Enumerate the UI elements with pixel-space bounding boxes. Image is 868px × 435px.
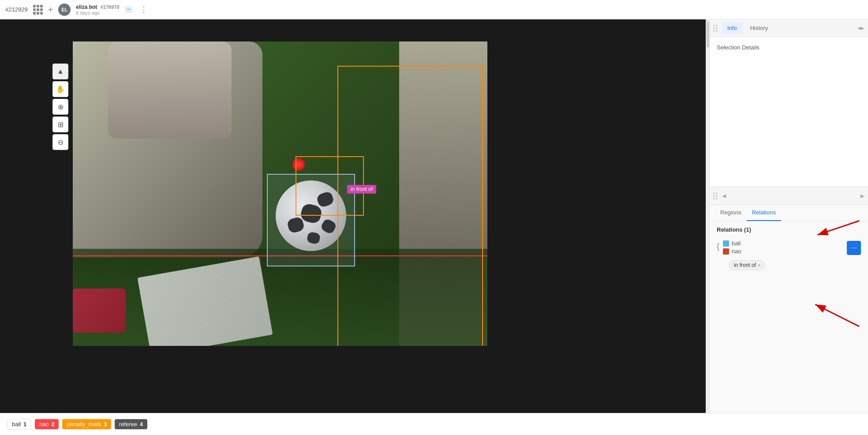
zoom-in-tool[interactable]: ⊕	[52, 99, 68, 115]
user-info: eliza bot #178970 8 days ago	[76, 4, 119, 15]
chip-nao-num: 2	[52, 421, 55, 428]
relations-panel: ◀ ▶ Regions Relations Relations (1) { ba…	[710, 187, 868, 413]
chip-penalty-label: penalty_mark	[67, 421, 101, 428]
ball-label: ball	[732, 240, 741, 247]
username: eliza bot #178970	[76, 4, 119, 10]
canvas-area: ▲ ✋ ⊕ ⊞ ⊖	[0, 19, 709, 413]
grid-icon[interactable]	[33, 5, 43, 15]
canvas-image[interactable]: in front of	[73, 41, 487, 346]
ball-color-box	[723, 240, 729, 247]
relation-tag[interactable]: in front of ×	[729, 260, 765, 270]
user-time: 8 days ago	[76, 10, 119, 15]
chip-nao-label: nao	[39, 421, 49, 428]
collapse-relations-button[interactable]: ◀	[722, 193, 726, 199]
add-button[interactable]: +	[48, 5, 53, 14]
info-panel-header: Info History ◀▶	[710, 19, 868, 37]
relations-tabs: Regions Relations	[710, 205, 868, 221]
bbox-ball	[267, 174, 355, 266]
relation-label: in front of	[347, 185, 376, 194]
nao-color-box	[723, 248, 729, 255]
chip-referee-label: referee	[119, 421, 137, 428]
chip-referee-num: 4	[140, 421, 143, 428]
chip-ball-num: 1	[23, 421, 26, 428]
tab-info[interactable]: Info	[722, 22, 742, 34]
canvas-scrollbar[interactable]	[706, 19, 709, 413]
chip-penalty-num: 3	[104, 421, 107, 428]
info-panel: Info History ◀▶ Selection Details	[710, 19, 868, 187]
selection-details-content: Selection Details	[710, 37, 868, 58]
fit-tool[interactable]: ⊞	[52, 116, 68, 132]
relation-item: { ball nao ···	[710, 236, 868, 259]
tag-close-button[interactable]: ×	[758, 262, 760, 268]
bottom-bar: ball 1 nao 2 penalty_mark 3 referee 4	[0, 413, 868, 435]
chip-nao[interactable]: nao 2	[35, 419, 59, 429]
chip-referee[interactable]: referee 4	[115, 419, 147, 429]
nao-label: nao	[732, 248, 741, 255]
expand-relations-button[interactable]: ▶	[861, 193, 864, 199]
tool-sidebar: ▲ ✋ ⊕ ⊞ ⊖	[51, 64, 70, 150]
tab-history[interactable]: History	[745, 22, 773, 34]
relations-count: Relations (1)	[710, 221, 868, 236]
tab-regions[interactable]: Regions	[715, 205, 747, 221]
relation-label-nao: nao	[723, 248, 843, 255]
avatar: EL	[58, 4, 71, 16]
collapse-info-button[interactable]: ◀▶	[857, 26, 864, 30]
selection-details-label: Selection Details	[717, 44, 760, 51]
relation-tag-text: in front of	[734, 262, 756, 268]
more-options-button[interactable]: ⋮	[140, 5, 148, 15]
chip-ball-label: ball	[12, 421, 21, 428]
drag-handle-info[interactable]	[713, 25, 718, 32]
relation-action-button[interactable]: ···	[847, 241, 861, 255]
main-content: ▲ ✋ ⊕ ⊞ ⊖	[0, 19, 868, 413]
right-panel: Info History ◀▶ Selection Details ◀	[709, 19, 868, 413]
chip-ball[interactable]: ball 1	[7, 419, 31, 430]
tab-relations[interactable]: Relations	[747, 205, 781, 221]
chip-penalty-mark[interactable]: penalty_mark 3	[62, 419, 111, 429]
relation-label-ball: ball	[723, 240, 843, 247]
relation-bracket: {	[717, 242, 719, 251]
user-badge: ···	[125, 6, 133, 13]
relation-tag-row: in front of ×	[710, 259, 868, 272]
relation-labels: ball nao	[723, 240, 843, 255]
topbar: #212929 + EL eliza bot #178970 8 days ag…	[0, 0, 868, 19]
relations-panel-header: ◀ ▶	[710, 187, 868, 205]
zoom-out-tool[interactable]: ⊖	[52, 134, 68, 150]
project-id: #212929	[5, 6, 28, 13]
svg-line-3	[815, 304, 859, 326]
drag-handle-relations[interactable]	[713, 192, 718, 199]
hand-tool[interactable]: ✋	[52, 81, 68, 97]
cursor-tool[interactable]: ▲	[52, 64, 68, 79]
